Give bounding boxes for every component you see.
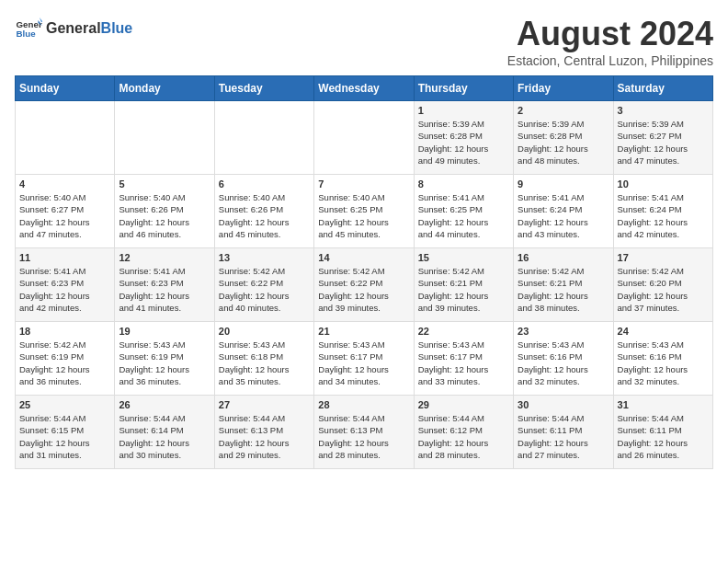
day-number: 28 bbox=[318, 399, 409, 410]
day-info: Sunrise: 5:39 AM Sunset: 6:28 PM Dayligh… bbox=[418, 118, 509, 167]
calendar-cell: 5Sunrise: 5:40 AM Sunset: 6:26 PM Daylig… bbox=[115, 175, 214, 248]
day-number: 6 bbox=[219, 178, 310, 190]
calendar-cell: 18Sunrise: 5:42 AM Sunset: 6:19 PM Dayli… bbox=[16, 322, 115, 396]
day-number: 18 bbox=[19, 326, 110, 337]
day-info: Sunrise: 5:44 AM Sunset: 6:13 PM Dayligh… bbox=[219, 412, 310, 461]
calendar-cell: 8Sunrise: 5:41 AM Sunset: 6:25 PM Daylig… bbox=[414, 175, 513, 248]
day-number: 5 bbox=[119, 178, 210, 190]
day-number: 30 bbox=[518, 399, 609, 410]
calendar-cell: 27Sunrise: 5:44 AM Sunset: 6:13 PM Dayli… bbox=[214, 396, 313, 469]
day-info: Sunrise: 5:41 AM Sunset: 6:24 PM Dayligh… bbox=[618, 191, 709, 240]
day-info: Sunrise: 5:43 AM Sunset: 6:16 PM Dayligh… bbox=[618, 339, 709, 387]
logo-text: GeneralBlue bbox=[46, 20, 132, 36]
day-info: Sunrise: 5:44 AM Sunset: 6:15 PM Dayligh… bbox=[19, 412, 110, 461]
calendar-cell: 16Sunrise: 5:42 AM Sunset: 6:21 PM Dayli… bbox=[514, 248, 613, 322]
calendar-cell: 23Sunrise: 5:43 AM Sunset: 6:16 PM Dayli… bbox=[514, 322, 613, 396]
calendar-cell: 3Sunrise: 5:39 AM Sunset: 6:27 PM Daylig… bbox=[613, 101, 712, 175]
day-of-week-header: Sunday bbox=[16, 76, 115, 101]
calendar-table: SundayMondayTuesdayWednesdayThursdayFrid… bbox=[15, 75, 713, 469]
day-number: 10 bbox=[618, 178, 709, 190]
calendar-cell bbox=[115, 101, 214, 175]
day-info: Sunrise: 5:43 AM Sunset: 6:17 PM Dayligh… bbox=[318, 339, 409, 387]
day-number: 13 bbox=[219, 252, 310, 263]
day-number: 9 bbox=[518, 178, 609, 190]
day-number: 14 bbox=[318, 252, 409, 263]
calendar-cell: 28Sunrise: 5:44 AM Sunset: 6:13 PM Dayli… bbox=[314, 396, 414, 469]
day-number: 23 bbox=[518, 326, 609, 337]
calendar-cell bbox=[16, 101, 115, 175]
calendar-cell: 6Sunrise: 5:40 AM Sunset: 6:26 PM Daylig… bbox=[214, 175, 313, 248]
day-number: 31 bbox=[618, 399, 709, 410]
day-of-week-header: Monday bbox=[115, 76, 214, 101]
day-number: 8 bbox=[418, 178, 509, 190]
day-number: 7 bbox=[318, 178, 409, 190]
day-info: Sunrise: 5:40 AM Sunset: 6:26 PM Dayligh… bbox=[119, 191, 210, 240]
day-info: Sunrise: 5:43 AM Sunset: 6:18 PM Dayligh… bbox=[219, 339, 310, 387]
calendar-week-row: 18Sunrise: 5:42 AM Sunset: 6:19 PM Dayli… bbox=[16, 322, 713, 396]
day-number: 17 bbox=[618, 252, 709, 263]
calendar-cell bbox=[214, 101, 313, 175]
day-info: Sunrise: 5:42 AM Sunset: 6:20 PM Dayligh… bbox=[618, 265, 709, 314]
day-number: 3 bbox=[618, 105, 709, 116]
day-of-week-header: Friday bbox=[514, 76, 613, 101]
generalblue-logo-icon: General Blue bbox=[15, 15, 42, 42]
calendar-week-row: 1Sunrise: 5:39 AM Sunset: 6:28 PM Daylig… bbox=[16, 101, 713, 175]
day-of-week-header: Tuesday bbox=[214, 76, 313, 101]
day-info: Sunrise: 5:44 AM Sunset: 6:11 PM Dayligh… bbox=[518, 412, 609, 461]
day-info: Sunrise: 5:44 AM Sunset: 6:13 PM Dayligh… bbox=[318, 412, 409, 461]
calendar-cell: 12Sunrise: 5:41 AM Sunset: 6:23 PM Dayli… bbox=[115, 248, 214, 322]
day-number: 22 bbox=[418, 326, 509, 337]
calendar-cell: 17Sunrise: 5:42 AM Sunset: 6:20 PM Dayli… bbox=[613, 248, 712, 322]
calendar-header: SundayMondayTuesdayWednesdayThursdayFrid… bbox=[16, 76, 713, 101]
calendar-week-row: 4Sunrise: 5:40 AM Sunset: 6:27 PM Daylig… bbox=[16, 175, 713, 248]
calendar-cell: 11Sunrise: 5:41 AM Sunset: 6:23 PM Dayli… bbox=[16, 248, 115, 322]
calendar-cell: 14Sunrise: 5:42 AM Sunset: 6:22 PM Dayli… bbox=[314, 248, 414, 322]
day-info: Sunrise: 5:40 AM Sunset: 6:27 PM Dayligh… bbox=[19, 191, 110, 240]
day-info: Sunrise: 5:42 AM Sunset: 6:22 PM Dayligh… bbox=[318, 265, 409, 314]
calendar-cell: 29Sunrise: 5:44 AM Sunset: 6:12 PM Dayli… bbox=[414, 396, 513, 469]
logo: General Blue GeneralBlue bbox=[15, 15, 132, 42]
calendar-cell: 4Sunrise: 5:40 AM Sunset: 6:27 PM Daylig… bbox=[16, 175, 115, 248]
day-number: 19 bbox=[119, 326, 210, 337]
day-info: Sunrise: 5:41 AM Sunset: 6:23 PM Dayligh… bbox=[19, 265, 110, 314]
calendar-cell: 25Sunrise: 5:44 AM Sunset: 6:15 PM Dayli… bbox=[16, 396, 115, 469]
day-number: 1 bbox=[418, 105, 509, 116]
day-number: 25 bbox=[19, 399, 110, 410]
header-row: SundayMondayTuesdayWednesdayThursdayFrid… bbox=[16, 76, 713, 101]
day-info: Sunrise: 5:44 AM Sunset: 6:11 PM Dayligh… bbox=[618, 412, 709, 461]
calendar-cell: 20Sunrise: 5:43 AM Sunset: 6:18 PM Dayli… bbox=[214, 322, 313, 396]
day-number: 21 bbox=[318, 326, 409, 337]
calendar-cell: 15Sunrise: 5:42 AM Sunset: 6:21 PM Dayli… bbox=[414, 248, 513, 322]
day-info: Sunrise: 5:39 AM Sunset: 6:27 PM Dayligh… bbox=[618, 118, 709, 167]
calendar-cell bbox=[314, 101, 414, 175]
day-number: 16 bbox=[518, 252, 609, 263]
day-info: Sunrise: 5:39 AM Sunset: 6:28 PM Dayligh… bbox=[518, 118, 609, 167]
day-of-week-header: Wednesday bbox=[314, 76, 414, 101]
calendar-week-row: 25Sunrise: 5:44 AM Sunset: 6:15 PM Dayli… bbox=[16, 396, 713, 469]
day-info: Sunrise: 5:40 AM Sunset: 6:26 PM Dayligh… bbox=[219, 191, 310, 240]
calendar-cell: 31Sunrise: 5:44 AM Sunset: 6:11 PM Dayli… bbox=[613, 396, 712, 469]
day-of-week-header: Thursday bbox=[414, 76, 513, 101]
calendar-cell: 10Sunrise: 5:41 AM Sunset: 6:24 PM Dayli… bbox=[613, 175, 712, 248]
calendar-cell: 19Sunrise: 5:43 AM Sunset: 6:19 PM Dayli… bbox=[115, 322, 214, 396]
calendar-cell: 21Sunrise: 5:43 AM Sunset: 6:17 PM Dayli… bbox=[314, 322, 414, 396]
month-year: August 2024 bbox=[507, 15, 713, 53]
day-info: Sunrise: 5:41 AM Sunset: 6:24 PM Dayligh… bbox=[518, 191, 609, 240]
day-of-week-header: Saturday bbox=[613, 76, 712, 101]
day-info: Sunrise: 5:41 AM Sunset: 6:25 PM Dayligh… bbox=[418, 191, 509, 240]
day-number: 29 bbox=[418, 399, 509, 410]
location: Estacion, Central Luzon, Philippines bbox=[507, 53, 713, 68]
calendar-cell: 13Sunrise: 5:42 AM Sunset: 6:22 PM Dayli… bbox=[214, 248, 313, 322]
calendar-cell: 22Sunrise: 5:43 AM Sunset: 6:17 PM Dayli… bbox=[414, 322, 513, 396]
day-info: Sunrise: 5:42 AM Sunset: 6:22 PM Dayligh… bbox=[219, 265, 310, 314]
calendar-cell: 9Sunrise: 5:41 AM Sunset: 6:24 PM Daylig… bbox=[514, 175, 613, 248]
day-info: Sunrise: 5:43 AM Sunset: 6:19 PM Dayligh… bbox=[119, 339, 210, 387]
day-info: Sunrise: 5:42 AM Sunset: 6:19 PM Dayligh… bbox=[19, 339, 110, 387]
header: General Blue GeneralBlue August 2024 Est… bbox=[15, 15, 713, 68]
day-info: Sunrise: 5:40 AM Sunset: 6:25 PM Dayligh… bbox=[318, 191, 409, 240]
calendar-cell: 24Sunrise: 5:43 AM Sunset: 6:16 PM Dayli… bbox=[613, 322, 712, 396]
svg-text:Blue: Blue bbox=[17, 29, 37, 39]
day-number: 11 bbox=[19, 252, 110, 263]
calendar-cell: 7Sunrise: 5:40 AM Sunset: 6:25 PM Daylig… bbox=[314, 175, 414, 248]
calendar-week-row: 11Sunrise: 5:41 AM Sunset: 6:23 PM Dayli… bbox=[16, 248, 713, 322]
